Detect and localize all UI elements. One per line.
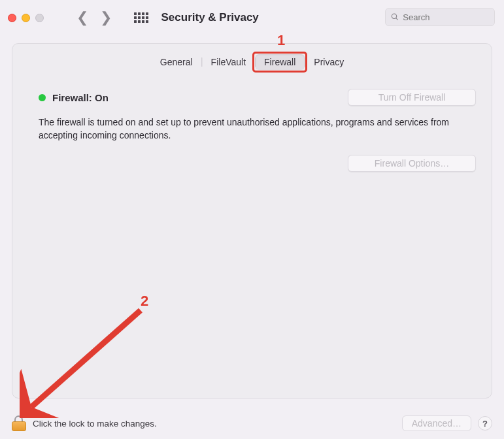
zoom-window-button[interactable] [35,14,44,22]
help-button[interactable]: ? [478,416,492,431]
nav-controls: ❮ ❯ [76,10,148,25]
show-all-prefs-button[interactable] [134,12,148,23]
back-button[interactable]: ❮ [76,10,88,25]
status-indicator-icon [39,94,46,101]
tab-privacy[interactable]: Privacy [305,54,353,70]
tab-general[interactable]: General [151,54,202,70]
turn-off-firewall-button[interactable]: Turn Off Firewall [348,89,476,106]
search-input[interactable] [403,12,489,22]
lock-icon[interactable] [12,415,26,431]
lock-label: Click the lock to make changes. [33,419,157,429]
page-title: Security & Privacy [161,11,259,24]
firewall-description: The firewall is turned on and set up to … [39,116,465,142]
firewall-panel: General FileVault Firewall Privacy Firew… [12,43,492,398]
search-icon [391,12,399,22]
traffic-lights [8,14,44,22]
forward-button[interactable]: ❯ [100,10,112,25]
close-window-button[interactable] [8,14,16,22]
firewall-status-label: Firewall: On [52,92,109,103]
firewall-status-row: Firewall: On [39,92,109,103]
firewall-options-button[interactable]: Firewall Options… [348,155,476,172]
minimize-window-button[interactable] [22,14,30,22]
tab-filevault[interactable]: FileVault [202,54,255,70]
tab-bar: General FileVault Firewall Privacy [151,54,353,70]
tab-firewall[interactable]: Firewall [255,54,305,70]
search-field[interactable] [385,8,495,26]
window-titlebar: ❮ ❯ Security & Privacy [0,0,504,35]
advanced-button[interactable]: Advanced… [402,415,471,431]
footer-bar: Click the lock to make changes. Advanced… [0,408,504,439]
